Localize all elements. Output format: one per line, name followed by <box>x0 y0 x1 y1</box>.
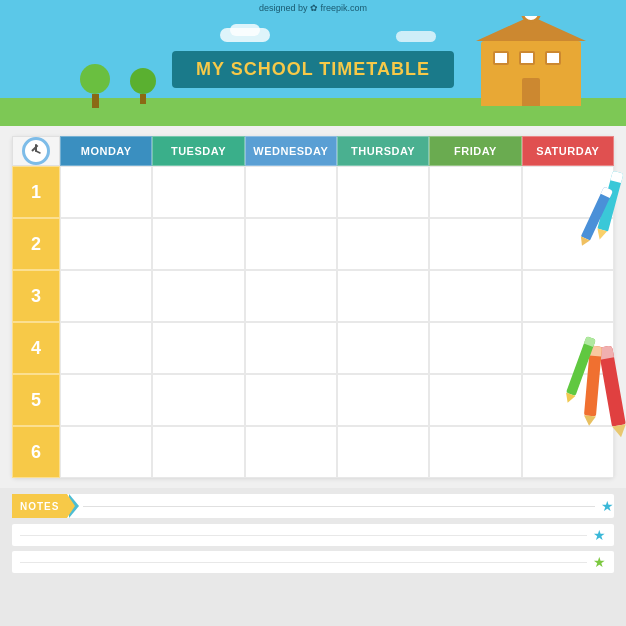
cell-monday-4[interactable] <box>60 322 152 374</box>
day-header-thursday: THURSDAY <box>337 136 429 166</box>
timetable-wrapper: MONDAYTUESDAYWEDNESDAYTHURSDAYFRIDAYSATU… <box>0 126 626 488</box>
cell-friday-3[interactable] <box>429 270 521 322</box>
grid-columns <box>60 166 614 478</box>
cell-monday-1[interactable] <box>60 166 152 218</box>
cell-saturday-2[interactable] <box>522 218 614 270</box>
note-line-content-2 <box>20 535 587 536</box>
clock-cell <box>12 136 60 166</box>
cloud-2 <box>230 24 260 36</box>
page-title: MY SCHOOL TIMETABLE <box>196 59 430 80</box>
cell-thursday-3[interactable] <box>337 270 429 322</box>
cell-friday-2[interactable] <box>429 218 521 270</box>
clock-icon <box>22 137 50 165</box>
cell-thursday-1[interactable] <box>337 166 429 218</box>
row-number-4: 4 <box>12 322 60 374</box>
table-header-row: MONDAYTUESDAYWEDNESDAYTHURSDAYFRIDAYSATU… <box>12 136 614 166</box>
grid-col-wednesday <box>245 166 337 478</box>
row-number-5: 5 <box>12 374 60 426</box>
note-line-content-3 <box>20 562 587 563</box>
grid-col-friday <box>429 166 521 478</box>
cell-monday-5[interactable] <box>60 374 152 426</box>
row-number-1: 1 <box>12 166 60 218</box>
row-number-6: 6 <box>12 426 60 478</box>
cell-saturday-6[interactable] <box>522 426 614 478</box>
cell-thursday-2[interactable] <box>337 218 429 270</box>
cell-monday-6[interactable] <box>60 426 152 478</box>
cell-wednesday-5[interactable] <box>245 374 337 426</box>
notes-section: NOTES ★ ★ ★ <box>0 494 626 573</box>
cell-saturday-5[interactable] <box>522 374 614 426</box>
title-banner: MY SCHOOL TIMETABLE <box>172 51 454 88</box>
day-headers: MONDAYTUESDAYWEDNESDAYTHURSDAYFRIDAYSATU… <box>60 136 614 166</box>
cell-wednesday-2[interactable] <box>245 218 337 270</box>
notes-line <box>83 506 595 507</box>
cell-thursday-5[interactable] <box>337 374 429 426</box>
note-line-2: ★ <box>12 524 614 546</box>
cell-friday-4[interactable] <box>429 322 521 374</box>
day-header-tuesday: TUESDAY <box>152 136 244 166</box>
cell-wednesday-3[interactable] <box>245 270 337 322</box>
day-header-friday: FRIDAY <box>429 136 521 166</box>
timetable: MONDAYTUESDAYWEDNESDAYTHURSDAYFRIDAYSATU… <box>12 136 614 478</box>
svg-line-1 <box>36 151 40 153</box>
cell-friday-5[interactable] <box>429 374 521 426</box>
cell-tuesday-3[interactable] <box>152 270 244 322</box>
school-window <box>545 51 561 65</box>
day-header-wednesday: WEDNESDAY <box>245 136 337 166</box>
grid-col-saturday <box>522 166 614 478</box>
cell-saturday-1[interactable] <box>522 166 614 218</box>
header-banner: MY SCHOOL TIMETABLE <box>0 16 626 126</box>
cell-thursday-4[interactable] <box>337 322 429 374</box>
grid-col-thursday <box>337 166 429 478</box>
cell-thursday-6[interactable] <box>337 426 429 478</box>
cell-monday-3[interactable] <box>60 270 152 322</box>
cell-saturday-4[interactable] <box>522 322 614 374</box>
star-2: ★ <box>593 527 606 543</box>
grid-body: 123456 <box>12 166 614 478</box>
cell-monday-2[interactable] <box>60 218 152 270</box>
cell-wednesday-6[interactable] <box>245 426 337 478</box>
cell-wednesday-1[interactable] <box>245 166 337 218</box>
notes-label: NOTES <box>12 494 67 518</box>
cell-tuesday-2[interactable] <box>152 218 244 270</box>
cell-wednesday-4[interactable] <box>245 322 337 374</box>
note-line-3: ★ <box>12 551 614 573</box>
school-window <box>493 51 509 65</box>
cell-friday-6[interactable] <box>429 426 521 478</box>
cell-friday-1[interactable] <box>429 166 521 218</box>
watermark-banner: designed by ✿ freepik.com <box>0 0 626 16</box>
cell-saturday-3[interactable] <box>522 270 614 322</box>
cell-tuesday-4[interactable] <box>152 322 244 374</box>
cloud-3 <box>396 31 436 42</box>
row-numbers: 123456 <box>12 166 60 478</box>
notes-header-row: NOTES ★ <box>12 494 614 518</box>
day-header-monday: MONDAY <box>60 136 152 166</box>
school-window <box>519 51 535 65</box>
row-number-3: 3 <box>12 270 60 322</box>
cell-tuesday-6[interactable] <box>152 426 244 478</box>
school-door <box>522 78 540 106</box>
day-header-saturday: SATURDAY <box>522 136 614 166</box>
tree-left <box>80 64 110 108</box>
grid-col-tuesday <box>152 166 244 478</box>
school-building <box>466 16 596 106</box>
cell-tuesday-1[interactable] <box>152 166 244 218</box>
star-1: ★ <box>601 498 614 514</box>
cell-tuesday-5[interactable] <box>152 374 244 426</box>
row-number-2: 2 <box>12 218 60 270</box>
tree-center <box>130 68 156 104</box>
star-3: ★ <box>593 554 606 570</box>
grid-col-monday <box>60 166 152 478</box>
